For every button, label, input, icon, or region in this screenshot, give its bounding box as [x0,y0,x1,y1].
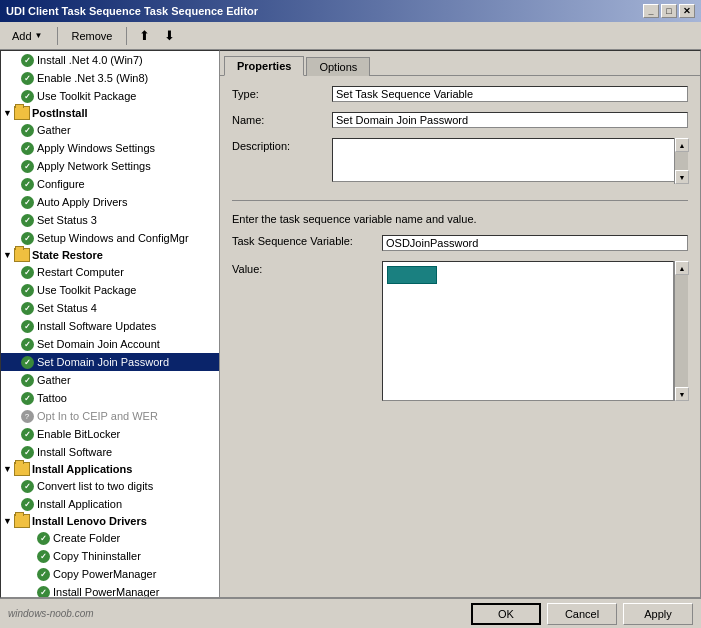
scrollbar-track [675,152,688,170]
item-label: Install Software Updates [37,320,156,332]
tsv-label: Task Sequence Variable: [232,235,382,247]
tree-item-install-apps[interactable]: ▼ Install Applications [1,461,219,477]
tree-item-enable-bitlocker[interactable]: ✓ Enable BitLocker [1,425,219,443]
watermark: windows-noob.com [8,608,94,619]
item-label: Enable BitLocker [37,428,120,440]
check-icon: ✓ [19,444,35,460]
toolbar: Add ▼ Remove ⬆ ⬇ [0,22,701,50]
item-label: PostInstall [32,107,88,119]
tree-item-set-domain-pwd[interactable]: ✓ Set Domain Join Password [1,353,219,371]
tree-item-set-status-3[interactable]: ✓ Set Status 3 [1,211,219,229]
item-label: Install Software [37,446,112,458]
task-sequence-tree[interactable]: ✓ Install .Net 4.0 (Win7) ✓ Enable .Net … [0,50,220,598]
tree-item-gather2[interactable]: ✓ Gather [1,371,219,389]
tree-item-install-updates[interactable]: ✓ Install Software Updates [1,317,219,335]
item-label: Install Application [37,498,122,510]
folder-icon [14,514,30,528]
separator-1 [232,200,688,201]
maximize-button[interactable]: □ [661,4,677,18]
check-icon: ✓ [19,70,35,86]
tree-item-enable-net35[interactable]: ✓ Enable .Net 3.5 (Win8) [1,69,219,87]
description-input[interactable] [332,138,688,182]
item-label: State Restore [32,249,103,261]
bottom-buttons: OK Cancel Apply [471,603,693,625]
tree-item-convert-list[interactable]: ✓ Convert list to two digits [1,477,219,495]
check-icon: ✓ [19,496,35,512]
item-label: Set Status 3 [37,214,97,226]
add-button[interactable]: Add ▼ [5,27,50,45]
value-label: Value: [232,263,382,275]
bottom-bar: windows-noob.com OK Cancel Apply [0,598,701,628]
tree-item-postinstall[interactable]: ▼ PostInstall [1,105,219,121]
expand-icon: ▼ [3,516,12,526]
scrollbar-down[interactable]: ▼ [675,170,689,184]
name-input[interactable] [332,112,688,128]
tree-item-use-toolkit[interactable]: ✓ Use Toolkit Package [1,87,219,105]
toolbar-divider-2 [126,27,127,45]
tree-item-configure[interactable]: ✓ Configure [1,175,219,193]
check-icon: ✓ [35,530,51,546]
value-box[interactable] [382,261,674,401]
tree-item-install-net40[interactable]: ✓ Install .Net 4.0 (Win7) [1,51,219,69]
value-scrollbar: ▲ ▼ [674,261,688,401]
item-label: Install PowerManager [53,586,159,598]
check-icon: ✓ [19,158,35,174]
tree-item-use-toolkit2[interactable]: ✓ Use Toolkit Package [1,281,219,299]
close-button[interactable]: ✕ [679,4,695,18]
tree-item-create-folder[interactable]: ✓ Create Folder [1,529,219,547]
tree-item-set-status-4[interactable]: ✓ Set Status 4 [1,299,219,317]
tree-item-setup-windows[interactable]: ✓ Setup Windows and ConfigMgr [1,229,219,247]
tree-item-gather[interactable]: ✓ Gather [1,121,219,139]
tree-item-copy-thininstaller[interactable]: ✓ Copy Thininstaller [1,547,219,565]
tree-item-install-software[interactable]: ✓ Install Software [1,443,219,461]
tab-options[interactable]: Options [306,57,370,76]
check-icon: ✓ [19,318,35,334]
tree-item-tattoo[interactable]: ✓ Tattoo [1,389,219,407]
tree-item-apply-windows[interactable]: ✓ Apply Windows Settings [1,139,219,157]
tree-item-opt-in-ceip[interactable]: ? Opt In to CEIP and WER [1,407,219,425]
check-icon: ✓ [19,354,35,370]
check-icon: ✓ [19,52,35,68]
tree-item-install-lenovo[interactable]: ▼ Install Lenovo Drivers [1,513,219,529]
title-bar-buttons: _ □ ✕ [643,4,695,18]
check-icon: ✓ [19,176,35,192]
move-up-button[interactable]: ⬆ [134,25,155,46]
move-down-button[interactable]: ⬇ [159,25,180,46]
check-icon: ✓ [19,212,35,228]
tree-item-install-app[interactable]: ✓ Install Application [1,495,219,513]
apply-button[interactable]: Apply [623,603,693,625]
name-label: Name: [232,112,332,126]
main-area: ✓ Install .Net 4.0 (Win7) ✓ Enable .Net … [0,50,701,598]
value-scroll-down[interactable]: ▼ [675,387,689,401]
tsv-row: Task Sequence Variable: [232,235,688,251]
folder-icon [14,462,30,476]
check-icon: ✓ [19,264,35,280]
tree-item-auto-apply-drivers[interactable]: ✓ Auto Apply Drivers [1,193,219,211]
tree-item-set-domain-acct[interactable]: ✓ Set Domain Join Account [1,335,219,353]
remove-label: Remove [72,30,113,42]
check-icon: ✓ [19,426,35,442]
minimize-button[interactable]: _ [643,4,659,18]
type-input[interactable] [332,86,688,102]
item-label: Opt In to CEIP and WER [37,410,158,422]
name-row: Name: [232,112,688,128]
cancel-button[interactable]: Cancel [547,603,617,625]
folder-icon [14,248,30,262]
title-bar: UDI Client Task Sequence Task Sequence E… [0,0,701,22]
check-icon: ✓ [19,336,35,352]
item-label: Configure [37,178,85,190]
tree-item-apply-network[interactable]: ✓ Apply Network Settings [1,157,219,175]
tab-properties[interactable]: Properties [224,56,304,76]
tree-item-restart-computer[interactable]: ✓ Restart Computer [1,263,219,281]
ok-button[interactable]: OK [471,603,541,625]
tree-item-state-restore[interactable]: ▼ State Restore [1,247,219,263]
tree-item-install-powermanager[interactable]: ✓ Install PowerManager [1,583,219,598]
remove-button[interactable]: Remove [65,27,120,45]
item-label: Copy PowerManager [53,568,156,580]
value-scroll-up[interactable]: ▲ [675,261,689,275]
tree-item-copy-powermanager[interactable]: ✓ Copy PowerManager [1,565,219,583]
tsv-input[interactable] [382,235,688,251]
item-label: Apply Windows Settings [37,142,155,154]
item-label: Restart Computer [37,266,124,278]
scrollbar-up[interactable]: ▲ [675,138,689,152]
